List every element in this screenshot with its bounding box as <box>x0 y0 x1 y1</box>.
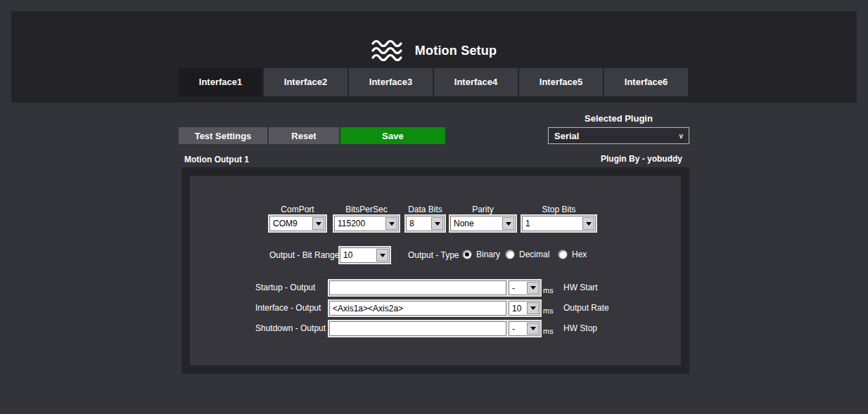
tab-interface3[interactable]: Interface3 <box>349 68 433 96</box>
dropdown-arrow-icon <box>502 217 514 230</box>
dropdown-arrow-icon <box>385 217 397 230</box>
tab-interface5[interactable]: Interface5 <box>519 68 603 96</box>
interface-ms-label: ms <box>543 306 554 315</box>
shutdown-output-label: Shutdown - Output <box>255 321 326 336</box>
reset-button[interactable]: Reset <box>269 127 339 144</box>
startup-rate-select[interactable]: - <box>509 280 540 295</box>
databits-select[interactable]: 8 <box>406 216 445 231</box>
tab-interface6[interactable]: Interface6 <box>604 68 688 96</box>
radio-binary-circle[interactable] <box>462 250 472 259</box>
bitspersec-label: BitsPerSec <box>334 205 399 214</box>
plugin-credit: Plugin By - yobuddy <box>601 154 682 164</box>
radio-decimal[interactable]: Decimal <box>505 250 549 259</box>
databits-label: Data Bits <box>406 205 445 214</box>
tab-interface4[interactable]: Interface4 <box>434 68 518 96</box>
startup-ms-label: ms <box>543 286 554 295</box>
selected-plugin-label: Selected Plugin <box>548 113 689 124</box>
motion-output-title: Motion Output 1 <box>184 155 249 164</box>
brand: Motion Setup <box>11 39 857 62</box>
stopbits-select[interactable]: 1 <box>522 216 596 231</box>
interface-output-label: Interface - Output <box>255 301 321 316</box>
dropdown-arrow-icon <box>527 282 539 294</box>
test-settings-button[interactable]: Test Settings <box>179 127 267 144</box>
comport-label: ComPort <box>269 205 326 214</box>
parity-label: Parity <box>450 205 516 214</box>
hw-start-label: HW Start <box>563 280 598 295</box>
startup-output-input[interactable] <box>329 280 506 295</box>
bit-range-select[interactable]: 10 <box>340 247 390 263</box>
selected-plugin-dropdown[interactable]: Serial v <box>548 127 689 144</box>
startup-output-label: Startup - Output <box>255 280 315 295</box>
interface-output-input[interactable] <box>329 301 506 316</box>
tab-interface1[interactable]: Interface1 <box>179 68 262 96</box>
save-button[interactable]: Save <box>340 127 445 144</box>
hw-stop-label: HW Stop <box>563 321 597 336</box>
dropdown-arrow-icon <box>527 302 539 314</box>
comport-select[interactable]: COM9 <box>269 216 326 231</box>
dropdown-arrow-icon <box>431 217 443 230</box>
output-type-label: Output - Type <box>408 250 459 260</box>
dropdown-arrow-icon <box>312 217 324 230</box>
bitspersec-select[interactable]: 115200 <box>334 216 399 231</box>
stopbits-label: Stop Bits <box>522 205 596 214</box>
tab-bar: Interface1 Interface2 Interface3 Interfa… <box>179 68 688 96</box>
toolbar: Test Settings Reset Save <box>179 127 445 144</box>
app-title: Motion Setup <box>415 44 497 58</box>
dropdown-arrow-icon <box>376 249 388 261</box>
dropdown-arrow-icon <box>527 323 539 335</box>
radio-hex-circle[interactable] <box>558 250 568 259</box>
waves-logo-icon <box>371 39 404 62</box>
motion-setup-window: Motion Setup Interface1 Interface2 Inter… <box>0 0 868 414</box>
dropdown-arrow-icon <box>582 217 594 230</box>
selected-plugin-value: Serial <box>554 131 579 141</box>
output-rate-select[interactable]: 10 <box>509 301 540 316</box>
shutdown-ms-label: ms <box>543 327 554 335</box>
motion-output-panel-body: ComPort BitsPerSec Data Bits Parity Stop… <box>190 176 681 366</box>
chevron-down-icon: v <box>679 132 683 140</box>
radio-binary[interactable]: Binary <box>462 250 500 259</box>
bit-range-label: Output - Bit Range <box>269 250 339 260</box>
tab-interface2[interactable]: Interface2 <box>264 68 347 96</box>
motion-output-panel: ComPort BitsPerSec Data Bits Parity Stop… <box>181 167 689 374</box>
output-rate-label: Output Rate <box>563 301 609 316</box>
shutdown-output-input[interactable] <box>329 321 506 336</box>
radio-decimal-circle[interactable] <box>505 250 515 259</box>
parity-select[interactable]: None <box>450 216 516 231</box>
shutdown-rate-select[interactable]: - <box>509 321 540 336</box>
radio-hex[interactable]: Hex <box>558 250 587 259</box>
